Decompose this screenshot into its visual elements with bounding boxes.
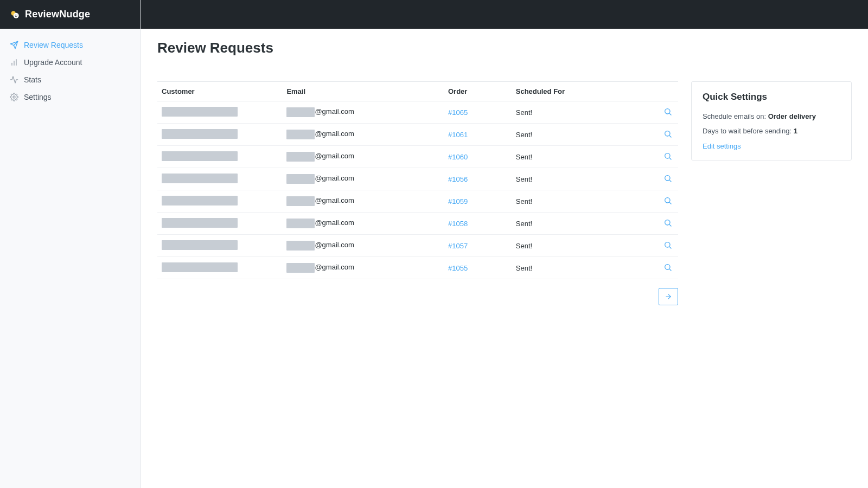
search-icon [663, 196, 672, 207]
qs-days-value: 1 [794, 127, 797, 135]
svg-line-23 [669, 247, 671, 248]
sidebar: ReviewNudge Review Requests Upgrade Acco… [0, 0, 141, 488]
email-cell: @gmail.com [282, 257, 444, 279]
status-cell: Sent! [512, 190, 647, 213]
customer-cell [157, 101, 282, 124]
view-detail-button[interactable] [662, 240, 674, 252]
customer-cell [157, 124, 282, 146]
view-detail-button[interactable] [662, 129, 674, 140]
view-detail-button[interactable] [662, 195, 674, 207]
email-cell: @gmail.com [282, 190, 444, 213]
customer-cell [157, 257, 282, 279]
customer-cell [157, 213, 282, 235]
svg-line-15 [669, 158, 671, 159]
status-cell: Sent! [512, 213, 647, 235]
table-row: @gmail.com#1058Sent! [157, 213, 678, 235]
redacted-email-prefix [286, 130, 315, 139]
action-cell [647, 168, 678, 190]
edit-settings-link[interactable]: Edit settings [703, 142, 741, 150]
view-detail-button[interactable] [662, 173, 674, 185]
email-cell: @gmail.com [282, 168, 444, 190]
email-suffix: @gmail.com [315, 130, 354, 138]
action-cell [647, 235, 678, 257]
pager [157, 288, 678, 305]
svg-point-12 [665, 131, 670, 136]
email-cell: @gmail.com [282, 101, 444, 124]
redacted-email-prefix [286, 219, 315, 228]
qs-days-label: Days to wait before sending: [703, 127, 792, 135]
svg-point-9 [13, 96, 15, 98]
svg-line-13 [669, 136, 671, 137]
svg-line-11 [669, 113, 671, 115]
table-row: @gmail.com#1055Sent! [157, 257, 678, 279]
customer-cell [157, 190, 282, 213]
redacted-customer [162, 196, 238, 206]
order-link[interactable]: #1056 [448, 175, 468, 183]
view-detail-button[interactable] [662, 217, 674, 229]
table-row: @gmail.com#1056Sent! [157, 168, 678, 190]
sidebar-item-upgrade-account[interactable]: Upgrade Account [0, 54, 141, 71]
search-icon [663, 241, 672, 251]
customer-cell [157, 146, 282, 168]
action-cell [647, 213, 678, 235]
th-scheduled: Scheduled For [512, 82, 647, 101]
order-link[interactable]: #1059 [448, 197, 468, 206]
order-link[interactable]: #1057 [448, 242, 468, 250]
order-link[interactable]: #1060 [448, 153, 468, 161]
redacted-email-prefix [286, 152, 315, 162]
email-suffix: @gmail.com [315, 196, 354, 204]
action-cell [647, 190, 678, 213]
svg-point-24 [665, 264, 670, 269]
main: Review Requests Customer Email Order Sch… [141, 0, 868, 488]
svg-point-10 [665, 108, 670, 113]
redacted-email-prefix [286, 241, 315, 251]
order-cell: #1061 [444, 124, 512, 146]
order-link[interactable]: #1058 [448, 220, 468, 228]
order-cell: #1058 [444, 213, 512, 235]
order-link[interactable]: #1065 [448, 108, 468, 117]
order-cell: #1056 [444, 168, 512, 190]
svg-point-22 [665, 242, 670, 247]
bar-chart-icon [10, 58, 18, 67]
order-link[interactable]: #1055 [448, 264, 468, 272]
status-cell: Sent! [512, 146, 647, 168]
email-cell: @gmail.com [282, 146, 444, 168]
qs-schedule-value: Order delivery [768, 112, 816, 120]
redacted-customer [162, 151, 238, 161]
action-cell [647, 124, 678, 146]
svg-line-19 [669, 202, 671, 204]
sidebar-item-label: Upgrade Account [24, 58, 82, 67]
redacted-customer [162, 174, 238, 183]
quick-settings-days: Days to wait before sending: 1 [703, 127, 840, 135]
email-suffix: @gmail.com [315, 152, 354, 160]
svg-point-18 [665, 197, 670, 202]
redacted-customer [162, 262, 238, 272]
search-icon [663, 152, 672, 162]
redacted-customer [162, 240, 238, 250]
status-cell: Sent! [512, 257, 647, 279]
quick-settings-schedule: Schedule emails on: Order delivery [703, 112, 840, 120]
sidebar-item-stats[interactable]: Stats [0, 71, 141, 88]
redacted-customer [162, 107, 238, 117]
email-suffix: @gmail.com [315, 107, 354, 115]
order-link[interactable]: #1061 [448, 131, 468, 139]
email-suffix: @gmail.com [315, 241, 354, 249]
sidebar-item-settings[interactable]: Settings [0, 88, 141, 106]
sidebar-header: ReviewNudge [0, 0, 141, 29]
topbar [141, 0, 868, 29]
view-detail-button[interactable] [662, 106, 674, 118]
status-cell: Sent! [512, 124, 647, 146]
svg-point-2 [15, 15, 16, 16]
status-cell: Sent! [512, 235, 647, 257]
view-detail-button[interactable] [662, 151, 674, 163]
sidebar-item-label: Stats [24, 75, 41, 84]
sidebar-nav: Review Requests Upgrade Account Stats Se… [0, 29, 141, 113]
redacted-customer [162, 129, 238, 139]
review-requests-table: Customer Email Order Scheduled For @gmai… [157, 81, 678, 279]
svg-line-21 [669, 224, 671, 226]
view-detail-button[interactable] [662, 262, 674, 274]
sidebar-item-review-requests[interactable]: Review Requests [0, 36, 141, 54]
next-page-button[interactable] [659, 288, 678, 305]
activity-icon [10, 75, 18, 84]
svg-point-1 [14, 12, 19, 18]
